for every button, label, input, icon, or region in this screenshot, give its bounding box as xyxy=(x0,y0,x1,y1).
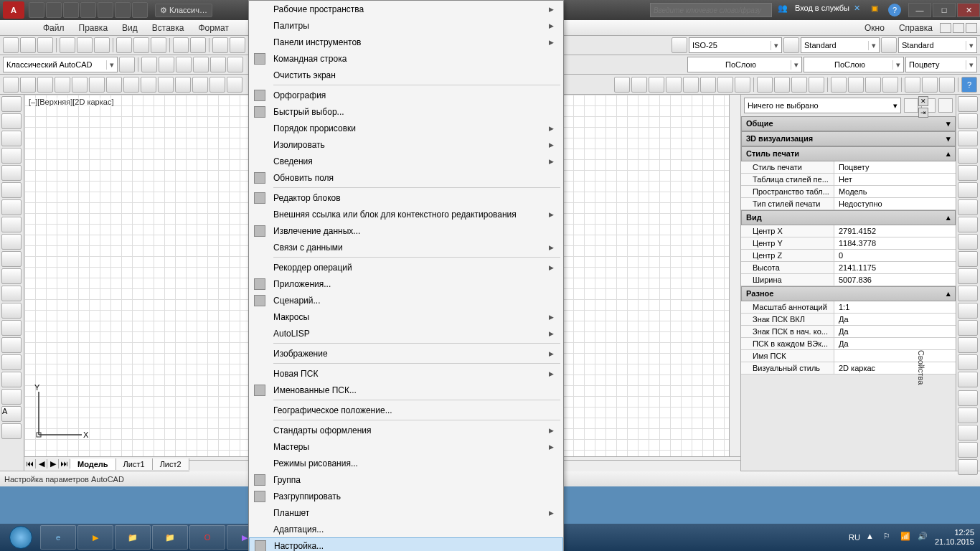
taskbar-wmp-icon[interactable]: ▶ xyxy=(77,525,113,550)
torus-icon[interactable] xyxy=(89,77,105,93)
stretch-icon[interactable] xyxy=(958,234,978,250)
move-icon[interactable] xyxy=(958,182,978,198)
tablestyle-combo[interactable]: Standard▾ xyxy=(801,37,880,53)
menu-item[interactable]: Командная строка xyxy=(249,50,563,67)
gradient-icon[interactable] xyxy=(1,354,22,370)
qat-plot-icon[interactable] xyxy=(98,2,113,18)
tab-next-icon[interactable]: ▶ xyxy=(47,459,59,468)
stayconnected-icon[interactable]: ▣ xyxy=(871,4,884,17)
tab-model[interactable]: Модель xyxy=(70,458,116,470)
property-row[interactable]: Ширина5007.836 xyxy=(741,274,956,286)
helix-icon[interactable] xyxy=(123,77,139,93)
section-3dviz[interactable]: 3D визуализация▾ xyxy=(741,131,956,146)
scale-icon[interactable] xyxy=(958,217,978,232)
wedge-icon[interactable] xyxy=(72,77,88,93)
tray-network-icon[interactable]: 📶 xyxy=(900,532,912,543)
property-value[interactable]: 2D каркас xyxy=(834,362,956,374)
layeron-icon[interactable] xyxy=(210,57,226,72)
sphere-icon[interactable] xyxy=(20,77,36,93)
section-plotstyle[interactable]: Стиль печати▴ xyxy=(741,146,956,161)
property-value[interactable]: Модель xyxy=(834,186,956,197)
property-row[interactable]: Знак ПСК в нач. ко...Да xyxy=(741,326,956,338)
start-button[interactable] xyxy=(3,525,39,550)
trim-icon[interactable] xyxy=(958,251,978,267)
dim-jog-icon[interactable] xyxy=(717,77,733,93)
menu-item[interactable]: Режимы рисования... xyxy=(249,455,563,471)
cylinder-icon[interactable] xyxy=(37,77,53,93)
tab-prev-icon[interactable]: ◀ xyxy=(36,459,47,468)
hatch-icon[interactable] xyxy=(1,337,22,353)
dim-linear-icon[interactable] xyxy=(614,77,630,93)
menu-item[interactable]: Мастеры▶ xyxy=(249,438,563,455)
selectionc-icon[interactable] xyxy=(958,425,978,441)
menu-item[interactable]: Планшет▶ xyxy=(249,504,563,521)
panel-close-icon[interactable]: ✕ xyxy=(918,96,928,106)
cone-icon[interactable] xyxy=(55,77,70,93)
property-row[interactable]: Центр Y1184.3778 xyxy=(741,237,956,250)
insert-icon[interactable] xyxy=(1,286,22,301)
taskbar-opera-icon[interactable]: O xyxy=(189,525,225,550)
app-logo[interactable]: A xyxy=(3,1,24,19)
menu-item[interactable]: Макросы▶ xyxy=(249,309,563,325)
property-row[interactable]: Стиль печатиПоцвету xyxy=(741,161,956,174)
region-icon[interactable] xyxy=(1,372,22,387)
fillet-icon[interactable] xyxy=(958,337,978,353)
line-icon[interactable] xyxy=(1,96,22,112)
paste-icon[interactable] xyxy=(151,37,166,53)
property-row[interactable]: Знак ПСК ВКЛДа xyxy=(741,314,956,326)
qat-saveas-icon[interactable] xyxy=(80,2,96,18)
menu-item[interactable]: Разгруппировать xyxy=(249,488,563,504)
matchprop-icon[interactable] xyxy=(173,37,189,53)
property-value[interactable]: 1184.3778 xyxy=(834,237,956,249)
property-value[interactable]: Да xyxy=(834,326,956,337)
qat-redo-icon[interactable] xyxy=(132,2,148,18)
rotate-icon[interactable] xyxy=(958,199,978,215)
property-value[interactable] xyxy=(834,350,956,362)
extrude-icon[interactable] xyxy=(158,77,174,93)
property-value[interactable]: 2141.1175 xyxy=(834,262,956,273)
render-icon[interactable] xyxy=(958,459,978,475)
dim-ord-icon[interactable] xyxy=(735,77,750,93)
spline-icon[interactable] xyxy=(1,234,22,250)
block-icon[interactable] xyxy=(1,303,22,319)
redo-icon[interactable] xyxy=(230,37,245,53)
extend-icon[interactable] xyxy=(958,268,978,284)
property-value[interactable]: Недоступно xyxy=(834,198,956,209)
gear-icon[interactable] xyxy=(119,57,135,72)
menu-format[interactable]: Формат xyxy=(191,21,236,35)
property-row[interactable]: Тип стилей печатиНедоступно xyxy=(741,198,956,210)
tab-last-icon[interactable]: ⏭ xyxy=(59,459,70,468)
revcloud-icon[interactable] xyxy=(1,217,22,232)
drawvalues-icon[interactable] xyxy=(958,390,978,406)
property-row[interactable]: Масштаб аннотаций1:1 xyxy=(741,301,956,314)
menu-item[interactable]: AutoLISP▶ xyxy=(249,325,563,342)
publish-icon[interactable] xyxy=(94,37,110,53)
mirror-icon[interactable] xyxy=(958,131,978,146)
exchange-icon[interactable]: ✕ xyxy=(854,4,867,17)
pyramid-icon[interactable] xyxy=(106,77,122,93)
rect-icon[interactable] xyxy=(1,165,22,181)
addsel-icon[interactable] xyxy=(1,423,22,439)
help-icon[interactable]: ? xyxy=(888,4,901,17)
close-button[interactable]: ✕ xyxy=(957,3,980,17)
preview-icon[interactable] xyxy=(77,37,93,53)
viewport-label[interactable]: [–][Верхняя][2D каркас] xyxy=(29,98,113,106)
menu-item[interactable]: Настройка... xyxy=(249,537,563,551)
join-icon[interactable] xyxy=(958,303,978,319)
tab-first-icon[interactable]: ⏮ xyxy=(24,459,36,468)
revolve-icon[interactable] xyxy=(209,77,225,93)
menu-item[interactable]: Редактор блоков xyxy=(249,189,563,206)
section-misc[interactable]: Разное▴ xyxy=(741,286,956,301)
dimstyle-combo[interactable]: ISO-25▾ xyxy=(689,37,782,53)
menu-item[interactable]: Географическое положение... xyxy=(249,402,563,418)
menu-item[interactable]: Рабочие пространства▶ xyxy=(249,1,563,17)
blend-icon[interactable] xyxy=(958,354,978,370)
layerfrz-icon[interactable] xyxy=(176,57,192,72)
signin-button[interactable]: Вход в службы xyxy=(795,4,849,17)
layer-combo[interactable]: ПоСлою▾ xyxy=(687,57,802,72)
property-value[interactable]: 1:1 xyxy=(834,301,956,313)
property-row[interactable]: Центр X2791.4152 xyxy=(741,225,956,237)
break-icon[interactable] xyxy=(958,286,978,301)
mdi-restore-icon[interactable] xyxy=(953,23,964,33)
tray-lang[interactable]: RU xyxy=(849,533,860,542)
